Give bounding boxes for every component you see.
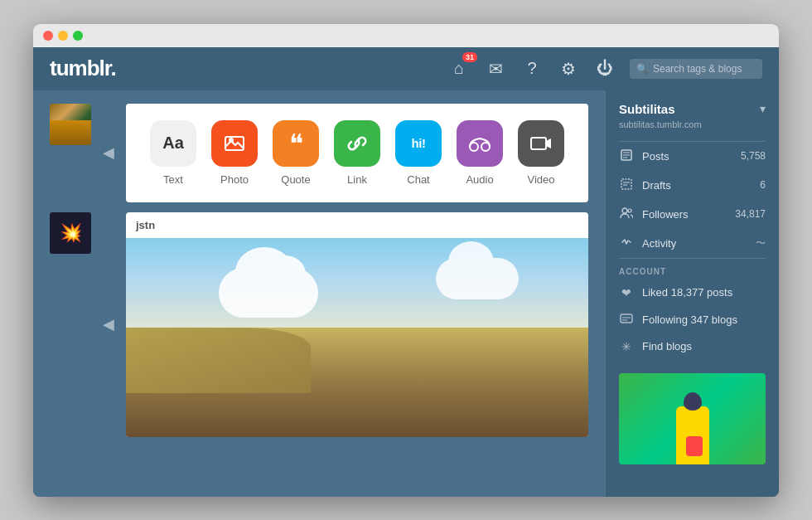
help-icon: ?: [527, 59, 536, 78]
post-type-photo[interactable]: Photo: [211, 120, 258, 186]
power-icon-wrap[interactable]: ⏻: [593, 57, 616, 80]
sidebar-activity[interactable]: Activity 〜: [606, 229, 779, 258]
tumblr-logo: tumblr.: [50, 56, 116, 81]
followers-icon: [619, 207, 634, 221]
following-blogs-item[interactable]: Following 347 blogs: [619, 306, 766, 333]
settings-icon-wrap[interactable]: ⚙: [557, 57, 580, 80]
blog-section: Subtilitas ▾ subtilitas.tumblr.com: [606, 90, 779, 141]
image-post-row: 💥 ◀ jstn: [50, 212, 588, 437]
chevron-down-icon[interactable]: ▾: [760, 102, 766, 115]
post-type-audio[interactable]: Audio: [457, 120, 503, 186]
drafts-label: Drafts: [642, 179, 752, 192]
minimize-button[interactable]: [58, 31, 68, 41]
find-blogs-item[interactable]: ✳ Find blogs: [619, 333, 766, 360]
user-avatar: [50, 104, 91, 145]
sidebar-drafts[interactable]: Drafts 6: [606, 171, 779, 200]
mail-icon: ✉: [489, 59, 503, 79]
blog-header: Subtilitas ▾: [619, 102, 766, 116]
audio-post-icon: [457, 120, 503, 167]
close-button[interactable]: [43, 31, 53, 41]
post-type-quote[interactable]: ❝ Quote: [273, 120, 319, 186]
help-icon-wrap[interactable]: ?: [520, 57, 544, 80]
chat-post-label: Chat: [407, 173, 429, 186]
text-post-label: Text: [163, 173, 183, 186]
following-icon: [619, 313, 634, 327]
main-layout: ◀ Aa Text: [33, 90, 779, 497]
video-post-label: Video: [527, 173, 554, 186]
post-type-text[interactable]: Aa Text: [150, 120, 196, 186]
find-blogs-label: Find blogs: [642, 340, 692, 352]
svg-rect-4: [531, 138, 546, 149]
cloud-2: [436, 258, 519, 299]
svg-point-13: [628, 209, 631, 212]
landscape-image: [126, 238, 588, 437]
figure-bag: [686, 436, 703, 456]
figure-head: [684, 392, 702, 411]
top-nav: tumblr. ⌂ 31 ✉ ? ⚙ ⏻: [33, 47, 779, 90]
app-content: tumblr. ⌂ 31 ✉ ? ⚙ ⏻: [33, 47, 779, 497]
link-post-icon: [334, 120, 380, 167]
fullscreen-button[interactable]: [73, 31, 83, 41]
sidebar-posts[interactable]: Posts 5,758: [606, 142, 779, 171]
post-types: Aa Text: [143, 120, 572, 186]
post-username: jstn: [126, 212, 588, 238]
quote-post-label: Quote: [281, 173, 310, 186]
text-post-icon: Aa: [150, 120, 196, 167]
heart-icon: ❤: [619, 286, 634, 299]
audio-post-label: Audio: [466, 173, 493, 186]
power-icon: ⏻: [597, 59, 613, 78]
image-post-card: jstn: [126, 212, 588, 437]
create-post-card: Aa Text: [126, 104, 588, 202]
find-blogs-icon: ✳: [619, 340, 634, 353]
svg-point-12: [622, 208, 627, 213]
blog-url: subtilitas.tumblr.com: [619, 119, 766, 129]
cloud-1: [219, 268, 318, 318]
create-post-arrow[interactable]: ◀: [99, 140, 118, 165]
title-bar: [33, 24, 779, 47]
account-section: ACCOUNT ❤ Liked 18,377 posts Following 3…: [606, 259, 779, 365]
followers-label: Followers: [642, 208, 727, 221]
video-post-icon: [518, 120, 564, 167]
liked-posts-item[interactable]: ❤ Liked 18,377 posts: [619, 279, 766, 306]
post-type-link[interactable]: Link: [334, 120, 380, 186]
feed: ◀ Aa Text: [33, 90, 605, 497]
search-icon: 🔍: [636, 63, 649, 75]
activity-label: Activity: [642, 237, 747, 250]
home-icon: ⌂: [454, 59, 464, 78]
nav-icons: ⌂ 31 ✉ ? ⚙ ⏻ 🔍: [447, 57, 762, 80]
svg-rect-9: [621, 179, 631, 189]
search-wrap: 🔍: [630, 59, 762, 79]
following-blogs-label: Following 347 blogs: [642, 313, 737, 326]
post-type-video[interactable]: Video: [518, 120, 564, 186]
svg-rect-14: [621, 314, 632, 323]
terrain: [126, 328, 588, 437]
link-post-label: Link: [347, 173, 367, 186]
posts-icon: [619, 149, 634, 163]
post-type-chat[interactable]: hi! Chat: [395, 120, 442, 186]
posts-label: Posts: [642, 150, 732, 163]
liked-posts-label: Liked 18,377 posts: [642, 286, 732, 299]
jstn-avatar: 💥: [50, 212, 91, 254]
mail-icon-wrap[interactable]: ✉: [484, 57, 507, 80]
photo-post-label: Photo: [220, 173, 249, 186]
account-label: ACCOUNT: [619, 267, 766, 276]
posts-value: 5,758: [741, 150, 766, 162]
blog-name: Subtilitas: [619, 102, 675, 116]
search-input[interactable]: [630, 59, 762, 79]
drafts-value: 6: [760, 179, 766, 191]
image-post-arrow[interactable]: ◀: [99, 312, 118, 337]
followers-value: 34,817: [735, 208, 766, 220]
photo-post-icon: [211, 120, 258, 167]
create-post-row: ◀ Aa Text: [50, 104, 588, 202]
activity-icon: [619, 236, 634, 250]
sidebar-followers[interactable]: Followers 34,817: [606, 200, 779, 229]
traffic-lights: [43, 31, 83, 41]
sidebar: Subtilitas ▾ subtilitas.tumblr.com: [605, 90, 779, 497]
mini-blog-preview: [619, 373, 766, 464]
chat-post-icon: hi!: [395, 120, 442, 167]
drafts-icon: [619, 178, 634, 192]
notification-badge: 31: [462, 52, 477, 62]
home-icon-wrap[interactable]: ⌂ 31: [447, 57, 471, 80]
browser-window: tumblr. ⌂ 31 ✉ ? ⚙ ⏻: [33, 24, 779, 497]
post-image: [126, 238, 588, 437]
